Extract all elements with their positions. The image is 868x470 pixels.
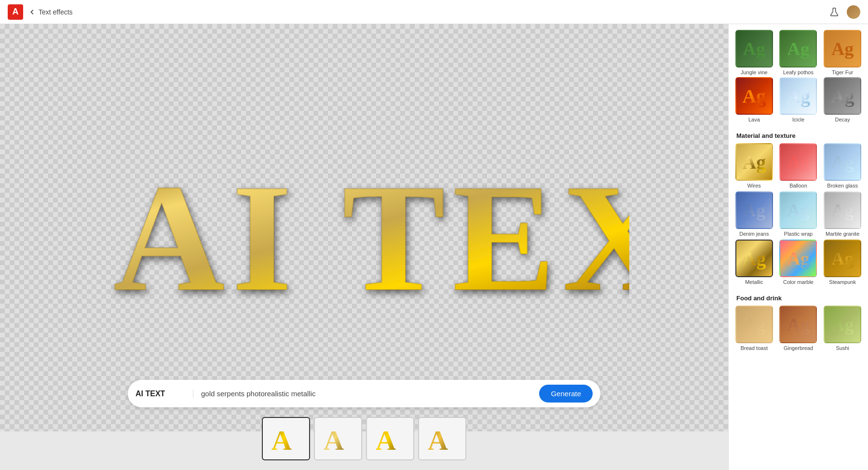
effect-label-gingerbread: Gingerbread bbox=[784, 345, 813, 351]
effect-label-bread-toast: Bread toast bbox=[741, 345, 768, 351]
effect-jungle-vine[interactable]: Ag Jungle vine bbox=[733, 30, 775, 75]
effect-label-metallic: Metallic bbox=[745, 279, 763, 285]
effect-thumb-icicle: Ag bbox=[779, 77, 817, 115]
effect-label-denim-jeans: Denim jeans bbox=[739, 231, 769, 237]
effect-label-sushi: Sushi bbox=[836, 345, 849, 351]
effect-denim-jeans[interactable]: Ag Denim jeans bbox=[733, 191, 775, 237]
variant-2[interactable]: A bbox=[314, 417, 362, 460]
effect-label-steampunk: Steampunk bbox=[829, 279, 856, 285]
effect-gingerbread[interactable]: Ag Gingerbread bbox=[778, 306, 819, 351]
material-effects-grid: Ag Wires Ag Balloon Ag Broken glass bbox=[729, 143, 868, 291]
effect-steampunk[interactable]: Ag Steampunk bbox=[822, 240, 863, 285]
variant-3[interactable]: A bbox=[366, 417, 414, 460]
gold-text-svg: AI TEXT AI TEXT bbox=[99, 131, 629, 323]
effect-label-color-marble: Color marble bbox=[783, 279, 814, 285]
food-effects-grid: Ag Bread toast Ag Gingerbread Ag Sushi bbox=[729, 306, 868, 357]
effect-thumb-jungle-vine: Ag bbox=[735, 30, 773, 67]
variant-1[interactable]: A bbox=[262, 417, 310, 460]
adobe-logo: A bbox=[8, 4, 23, 20]
effect-color-marble[interactable]: Ag Color marble bbox=[778, 240, 819, 285]
effect-tiger-fur[interactable]: Ag Tiger Fur bbox=[822, 30, 863, 75]
effect-label-jungle-vine: Jungle vine bbox=[741, 69, 768, 75]
effect-thumb-tiger-fur: Ag bbox=[824, 30, 861, 67]
material-section-title: Material and texture bbox=[729, 128, 868, 143]
effect-thumb-gingerbread: Ag bbox=[779, 306, 817, 343]
effect-thumb-lava: Ag bbox=[735, 77, 773, 115]
effect-lava[interactable]: Ag Lava bbox=[733, 77, 775, 122]
effect-label-lava: Lava bbox=[748, 117, 760, 122]
generate-button[interactable]: Generate bbox=[539, 385, 593, 403]
user-avatar[interactable] bbox=[847, 5, 860, 19]
svg-text:AI TEXT: AI TEXT bbox=[113, 152, 629, 323]
effect-label-plastic-wrap: Plastic wrap bbox=[784, 231, 813, 237]
effect-thumb-decay: Ag bbox=[824, 77, 861, 115]
svg-text:A: A bbox=[376, 425, 396, 456]
effect-decay[interactable]: Ag Decay bbox=[822, 77, 863, 122]
nature-effects-grid: Ag Lava Ag Icicle Ag Decay bbox=[729, 77, 868, 128]
effect-label-wires: Wires bbox=[747, 183, 761, 188]
effect-thumb-balloon: Ag bbox=[779, 143, 817, 181]
effect-leafy-pothos[interactable]: Ag Leafy pothos bbox=[778, 30, 819, 75]
main-area: AI TEXT AI TEXT A bbox=[0, 24, 868, 470]
effect-label-marble-granite: Marble granite bbox=[826, 231, 859, 237]
food-section-title: Food and drink bbox=[729, 291, 868, 306]
effect-balloon[interactable]: Ag Balloon bbox=[778, 143, 819, 188]
header-actions bbox=[827, 5, 860, 19]
effect-plastic-wrap[interactable]: Ag Plastic wrap bbox=[778, 191, 819, 237]
svg-text:A: A bbox=[324, 425, 344, 456]
effect-icicle[interactable]: Ag Icicle bbox=[778, 77, 819, 122]
top-partial-effects: Ag Jungle vine Ag Leafy pothos Ag Tiger … bbox=[729, 30, 868, 77]
effect-marble-granite[interactable]: Ag Marble granite bbox=[822, 191, 863, 237]
main-text-display: AI TEXT AI TEXT bbox=[99, 126, 629, 328]
effect-thumb-leafy-pothos: Ag bbox=[779, 30, 817, 67]
effect-thumb-sushi: Ag bbox=[824, 306, 861, 343]
effect-wires[interactable]: Ag Wires bbox=[733, 143, 775, 188]
effect-label-leafy-pothos: Leafy pothos bbox=[783, 69, 814, 75]
back-button[interactable]: Text effects bbox=[29, 8, 73, 16]
effect-label-icicle: Icicle bbox=[792, 117, 804, 122]
effect-broken-glass[interactable]: Ag Broken glass bbox=[822, 143, 863, 188]
app-header: A Text effects bbox=[0, 0, 868, 24]
header-title: Text effects bbox=[39, 8, 73, 16]
prompt-input[interactable] bbox=[193, 389, 539, 398]
effect-thumb-denim-jeans: Ag bbox=[735, 191, 773, 229]
flask-icon[interactable] bbox=[827, 5, 841, 19]
effect-label-broken-glass: Broken glass bbox=[827, 183, 858, 188]
effect-bread-toast[interactable]: Ag Bread toast bbox=[733, 306, 775, 351]
effect-thumb-wires: Ag bbox=[735, 143, 773, 181]
canvas-area: AI TEXT AI TEXT A bbox=[0, 24, 728, 470]
effect-thumb-bread-toast: Ag bbox=[735, 306, 773, 343]
effect-thumb-steampunk: Ag bbox=[824, 240, 861, 277]
effect-label-decay: Decay bbox=[835, 117, 850, 122]
text-value-display: AI TEXT bbox=[136, 389, 193, 398]
effect-thumb-color-marble: Ag bbox=[779, 240, 817, 277]
right-panel: Ag Jungle vine Ag Leafy pothos Ag Tiger … bbox=[728, 24, 868, 470]
effect-label-tiger-fur: Tiger Fur bbox=[832, 69, 853, 75]
effect-thumb-marble-granite: Ag bbox=[824, 191, 861, 229]
effect-sushi[interactable]: Ag Sushi bbox=[822, 306, 863, 351]
effect-label-balloon: Balloon bbox=[789, 183, 807, 188]
svg-text:A: A bbox=[271, 425, 292, 456]
variant-4[interactable]: A bbox=[418, 417, 466, 460]
back-arrow-icon bbox=[29, 9, 36, 15]
effect-metallic[interactable]: Ag Metallic bbox=[733, 240, 775, 285]
variant-strip: A A bbox=[262, 417, 466, 460]
effect-thumb-broken-glass: Ag bbox=[824, 143, 861, 181]
effect-thumb-plastic-wrap: Ag bbox=[779, 191, 817, 229]
effect-thumb-metallic: Ag bbox=[735, 240, 773, 277]
input-bar: AI TEXT Generate bbox=[128, 380, 600, 407]
svg-text:A: A bbox=[428, 425, 448, 456]
